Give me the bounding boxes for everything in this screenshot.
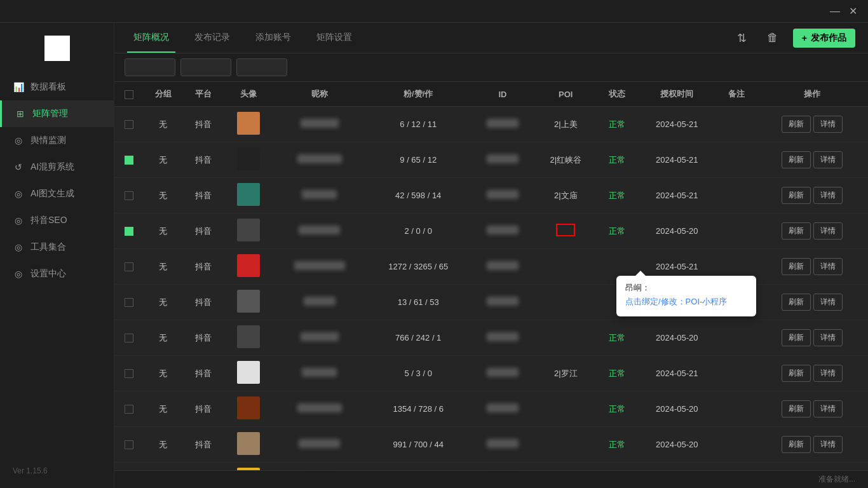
detail-button[interactable]: 详情 [813,116,843,133]
row-poi[interactable] [534,285,597,320]
status-badge: 正常 [609,226,625,236]
ai-image-icon: ◎ [13,188,24,200]
refresh-button[interactable]: 刷新 [782,400,811,417]
row-checkbox[interactable] [125,298,133,307]
detail-button[interactable]: 详情 [813,258,843,275]
matrix-manage-icon: ⊞ [15,108,26,119]
row-checkbox[interactable] [125,262,133,271]
sidebar-item-matrix-manage[interactable]: ⊞ 矩阵管理 [0,100,114,127]
row-group: 无 [143,178,183,214]
detail-button[interactable]: 详情 [813,329,843,346]
filter-input-2[interactable] [180,58,231,76]
row-poi[interactable]: 2|红峡谷 [534,142,597,178]
row-avatar [224,214,273,249]
row-note [717,463,757,471]
detail-button[interactable]: 详情 [813,222,843,240]
detail-button[interactable]: 详情 [813,187,843,204]
ai-cut-icon: ↺ [13,161,24,173]
refresh-button[interactable]: 刷新 [782,187,811,204]
minimize-button[interactable]: — [826,3,844,20]
row-poi[interactable]: 2|上美 [534,107,597,142]
row-id [471,178,534,214]
sidebar-item-ai-cut[interactable]: ↺ AI混剪系统 [0,154,114,180]
row-checkbox[interactable] [125,227,133,236]
row-nickname [273,463,365,471]
sort-button[interactable]: ⇅ [732,28,752,48]
close-button[interactable]: ✕ [844,3,862,20]
refresh-button[interactable]: 刷新 [782,329,811,346]
row-id [471,356,534,391]
row-checkbox[interactable] [125,369,133,378]
row-note [717,356,757,391]
row-poi[interactable]: 2|中江 [534,463,597,471]
sidebar-item-seo[interactable]: ◎ 抖音SEO [0,207,114,234]
row-checkbox[interactable] [125,440,133,449]
tab-add-account[interactable]: 添加账号 [249,23,297,53]
row-poi[interactable] [534,249,597,285]
row-actions: 刷新详情 [757,178,868,214]
row-checkbox[interactable] [125,191,133,200]
tab-overview[interactable]: 矩阵概况 [127,23,175,53]
row-group: 无 [143,214,183,249]
refresh-button[interactable]: 刷新 [782,222,811,240]
row-poi[interactable] [534,391,597,427]
sidebar-item-tools[interactable]: ◎ 工具集合 [0,234,114,261]
tab-records[interactable]: 发布记录 [188,23,236,53]
refresh-button[interactable]: 刷新 [782,258,811,275]
publish-label: 发布作品 [811,32,846,44]
filter-input-3[interactable] [236,58,287,76]
row-poi[interactable] [534,214,597,249]
header-poi: POI [534,82,597,107]
row-fans: 0 / 1 / 1 [365,463,471,471]
sidebar-item-data-board[interactable]: 📊 数据看板 [0,74,114,100]
row-checkbox[interactable] [125,120,133,129]
row-group: 无 [143,463,183,471]
row-checkbox[interactable] [125,156,133,165]
tooltip-action[interactable]: 点击绑定/修改：POI-小程序 [625,296,747,308]
delete-button[interactable]: 🗑 [763,28,783,48]
header-checkbox[interactable] [114,82,143,107]
detail-button[interactable]: 详情 [813,436,843,453]
row-poi[interactable] [534,427,597,463]
row-checkbox[interactable] [125,334,133,342]
poi-highlight-box[interactable] [556,224,575,236]
row-nickname [273,107,365,142]
sidebar-item-settings[interactable]: ◎ 设置中心 [0,261,114,287]
sidebar-label-settings: 设置中心 [31,268,66,280]
refresh-button[interactable]: 刷新 [782,116,811,133]
accounts-table: 分组 平台 头像 昵称 粉/赞/作 ID POI 状态 授权时间 备注 操作 无… [114,82,868,470]
sidebar-logo [44,36,70,61]
detail-button[interactable]: 详情 [813,294,843,311]
status-badge: 正常 [609,155,625,165]
sidebar-item-ai-image[interactable]: ◎ AI图文生成 [0,180,114,207]
row-platform: 抖音 [184,463,224,471]
refresh-button[interactable]: 刷新 [782,151,811,168]
row-avatar [224,463,273,471]
row-actions: 刷新详情 [757,107,868,142]
sidebar-item-sentiment[interactable]: ◎ 舆情监测 [0,127,114,154]
row-poi[interactable] [534,320,597,356]
row-poi[interactable]: 2|文庙 [534,178,597,214]
refresh-button[interactable]: 刷新 [782,436,811,453]
row-status: 正常 [597,142,637,178]
filter-input-1[interactable] [125,58,175,76]
publish-button[interactable]: + 发布作品 [793,29,855,48]
accounts-table-container: 分组 平台 头像 昵称 粉/赞/作 ID POI 状态 授权时间 备注 操作 无… [114,82,868,470]
row-checkbox[interactable] [125,405,133,414]
status-badge: 正常 [609,333,625,342]
refresh-button[interactable]: 刷新 [782,294,811,311]
row-id [471,107,534,142]
refresh-button[interactable]: 刷新 [782,365,811,382]
detail-button[interactable]: 详情 [813,400,843,417]
row-auth-time: 2024-05-20 [637,320,716,356]
row-actions: 刷新详情 [757,320,868,356]
row-status: 正常 [597,107,637,142]
row-group: 无 [143,427,183,463]
detail-button[interactable]: 详情 [813,151,843,168]
row-poi[interactable]: 2|罗江 [534,356,597,391]
detail-button[interactable]: 详情 [813,365,843,382]
tab-matrix-settings[interactable]: 矩阵设置 [310,23,358,53]
select-all-checkbox[interactable] [125,90,133,99]
row-id [471,391,534,427]
header-platform: 平台 [184,82,224,107]
